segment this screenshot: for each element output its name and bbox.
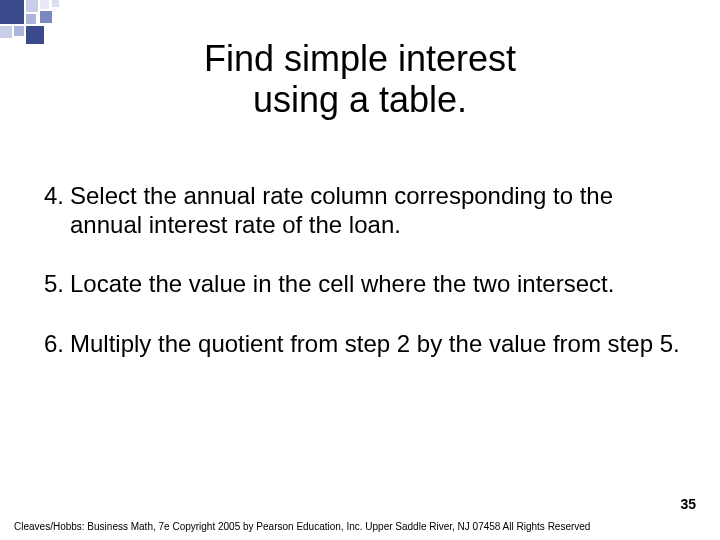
list-item: 5. Locate the value in the cell where th… bbox=[44, 269, 680, 298]
slide-content: 4. Select the annual rate column corresp… bbox=[0, 121, 720, 358]
decoration-square bbox=[14, 26, 24, 36]
corner-decoration bbox=[0, 0, 120, 40]
title-line-2: using a table. bbox=[0, 79, 720, 120]
decoration-square bbox=[0, 0, 24, 24]
list-item: 6. Multiply the quotient from step 2 by … bbox=[44, 329, 680, 358]
decoration-square bbox=[26, 14, 36, 24]
title-line-1: Find simple interest bbox=[0, 38, 720, 79]
page-number: 35 bbox=[680, 496, 696, 512]
decoration-square bbox=[52, 0, 59, 7]
item-text: Locate the value in the cell where the t… bbox=[64, 269, 614, 298]
item-number: 4. bbox=[44, 181, 64, 240]
decoration-square bbox=[40, 11, 52, 23]
decoration-square bbox=[0, 26, 12, 38]
footer-copyright: Cleaves/Hobbs: Business Math, 7e Copyrig… bbox=[14, 521, 590, 532]
decoration-square bbox=[26, 26, 44, 44]
item-text: Multiply the quotient from step 2 by the… bbox=[64, 329, 680, 358]
item-number: 5. bbox=[44, 269, 64, 298]
item-number: 6. bbox=[44, 329, 64, 358]
decoration-square bbox=[26, 0, 38, 12]
item-text: Select the annual rate column correspond… bbox=[64, 181, 680, 240]
list-item: 4. Select the annual rate column corresp… bbox=[44, 181, 680, 240]
decoration-square bbox=[40, 0, 49, 9]
